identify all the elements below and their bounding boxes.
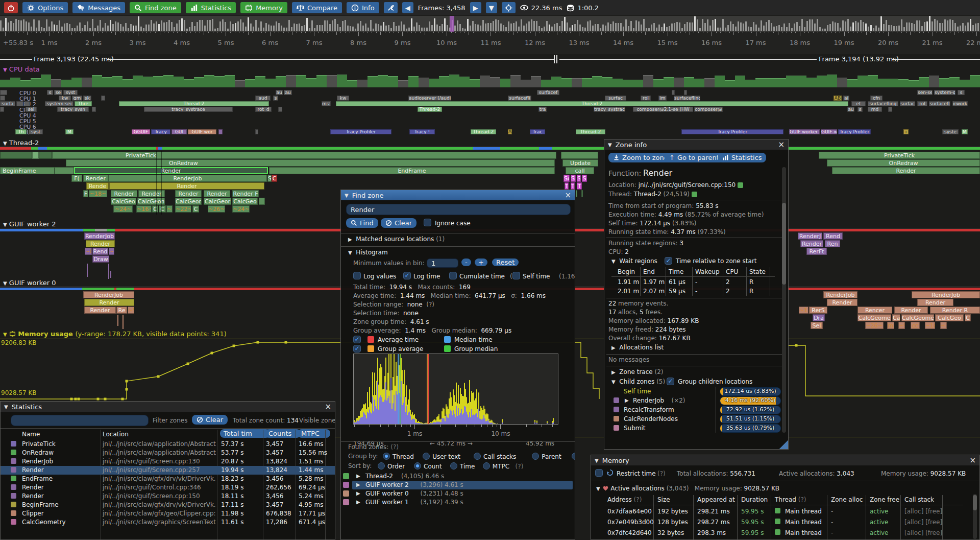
cpu-zone[interactable]: surfa <box>0 101 15 106</box>
cpu-zone[interactable]: tracy_systrace <box>144 107 233 112</box>
find-zone-search-input[interactable] <box>346 204 571 215</box>
group-by-option-parent[interactable] <box>532 453 539 460</box>
zone-statistics-button[interactable]: Statistics <box>718 153 766 162</box>
timeline-zone[interactable] <box>581 190 583 197</box>
time-relative-checkbox[interactable]: ✓ <box>665 257 672 265</box>
allocations-list-header[interactable]: ▶ Allocations list <box>611 344 664 351</box>
statistics-filter-input[interactable] <box>11 415 149 426</box>
cpu-zone[interactable]: surfac <box>605 96 626 101</box>
timeline-zone[interactable]: Rend <box>823 232 843 240</box>
timeline-zone[interactable]: OnRedraw <box>827 159 980 167</box>
cpu-zone[interactable]: Tracy Profiler <box>838 129 871 134</box>
mem-row-callstack[interactable]: [alloc] [free] <box>904 529 942 536</box>
cpu-zone[interactable]: Tracy Profiler <box>681 129 783 134</box>
stats-row-name[interactable]: Render <box>22 466 44 474</box>
timeline-zone[interactable]: Update <box>562 159 598 167</box>
cpu-zone[interactable]: im <box>658 96 667 101</box>
cpu-zone[interactable]: surfacef <box>537 90 559 95</box>
timeline-zone[interactable]: Render <box>917 299 953 306</box>
timeline-zone[interactable]: CalcGeor <box>204 198 231 205</box>
cpu-zone[interactable]: surfacefling <box>674 96 700 101</box>
zone-info-scroll-thumb[interactable] <box>782 203 786 285</box>
overview-view-marker[interactable] <box>450 16 454 32</box>
group-by-option-thread[interactable] <box>383 453 390 460</box>
cpu-zone[interactable]: A <box>508 129 512 134</box>
cpu-zone[interactable]: sen-se <box>917 90 933 95</box>
timeline-zone[interactable] <box>55 167 74 174</box>
min-bin-input[interactable] <box>427 259 458 268</box>
cpu-zone[interactable]: GUI <box>172 129 187 134</box>
timeline-zone[interactable]: Render <box>111 190 137 197</box>
timeline-zone[interactable]: Render <box>84 299 134 306</box>
timeline-zone[interactable]: ~24~ <box>232 205 250 213</box>
timeline-zone[interactable]: Rencer <box>857 307 892 314</box>
cpu-zone[interactable]: Tracy Profiler <box>330 129 391 134</box>
timeline-zone[interactable]: F( <box>71 175 82 182</box>
cpu-zone[interactable]: system-grm <box>934 90 955 95</box>
cpu-zone[interactable]: surfacefli <box>508 96 531 101</box>
stats-row-name[interactable]: Clipper <box>22 510 44 517</box>
histogram-section-header[interactable]: ▼ Histogram <box>348 249 388 256</box>
thread-header-1[interactable]: ▼ GUIF worker 2 <box>3 220 56 228</box>
timeline-zone[interactable]: Render <box>175 190 202 197</box>
timeline-zone[interactable]: ~2~ <box>940 322 947 329</box>
timeline-zone[interactable]: CalcGeomet <box>901 314 934 321</box>
timeline-zone[interactable]: RenderJob <box>83 291 134 298</box>
cpu-zone[interactable] <box>0 90 7 95</box>
wait-regions-header[interactable]: ▼ Wait regions <box>611 257 657 265</box>
timeline-zone[interactable]: CalcGeo <box>232 198 258 205</box>
timeline-zone[interactable]: ~18~ <box>89 190 107 197</box>
log-time-checkbox[interactable]: ✓ <box>403 272 411 279</box>
timeline-zone[interactable]: CalcGeor <box>175 198 202 205</box>
timeline-zone[interactable]: T <box>577 182 582 190</box>
timeline-zone[interactable]: ~16~ <box>136 205 152 213</box>
zone-info-scrollbar[interactable] <box>782 167 786 433</box>
timeline-zone[interactable]: RerS <box>809 307 827 314</box>
cpu-zone[interactable]: sei <box>26 107 37 112</box>
timeline-zone[interactable]: ~8~ <box>85 248 92 255</box>
group-expand-icon[interactable]: ▶ <box>356 482 360 487</box>
statistics-titlebar[interactable]: ▼Statistics× <box>1 402 335 412</box>
child-name[interactable]: CalcRenderNodes <box>624 415 678 422</box>
cpu-zone[interactable]: GGUIF <box>132 129 150 134</box>
cpu-zone[interactable]: rot_d <box>255 107 272 112</box>
timeline-zone[interactable]: Render F <box>232 190 259 197</box>
active-allocations-section[interactable]: ▼ Active allocations (3,043) Memory usag… <box>596 485 779 492</box>
mem-row-callstack[interactable]: [alloc] [free] <box>904 508 942 515</box>
timeline-zone[interactable]: call <box>566 167 594 174</box>
timeline-zone[interactable]: RenderJ <box>798 232 822 240</box>
cpu-zone[interactable]: s <box>273 96 278 101</box>
selected-zone[interactable]: Render <box>74 167 268 174</box>
stats-row-name[interactable]: Render <box>22 484 44 491</box>
show-group-lines-checkbox[interactable]: ✓ <box>353 345 361 353</box>
cpu-zone[interactable] <box>24 101 30 106</box>
child-name[interactable]: Submit <box>624 425 646 432</box>
timeline-zone[interactable]: C <box>965 314 971 321</box>
cumulate-time-checkbox[interactable] <box>449 272 457 279</box>
timeline-zone[interactable]: Sv <box>571 175 576 182</box>
cpu-zone[interactable]: Thread-2 <box>336 101 848 106</box>
timeline-zone[interactable]: Ca <box>892 314 900 321</box>
timeline-zone[interactable]: ~9~ <box>109 248 114 255</box>
cpu-zone[interactable]: Thre <box>75 101 92 106</box>
cpu-zone[interactable]: Tracy <box>151 129 170 134</box>
timeline-zone[interactable]: PrivateTick <box>819 152 980 159</box>
timeline-zone[interactable]: ~9~ <box>898 322 905 329</box>
self-time-checkbox[interactable] <box>512 272 520 279</box>
zone-trace-header[interactable]: ▶ Zone trace (2) <box>611 368 664 375</box>
timeline-zone[interactable]: RenderJob <box>108 175 267 182</box>
timeline-zone[interactable]: Rend <box>92 248 108 255</box>
timeline-zone[interactable]: Draw <box>92 255 109 263</box>
cpu-zone[interactable]: s <box>47 90 53 95</box>
timeline-zone[interactable]: Render <box>86 240 115 247</box>
cpu-data-header[interactable]: ▼ CPU data <box>3 65 40 73</box>
cpu-zone[interactable]: surfacefl <box>929 101 950 106</box>
group-by-option-user-text[interactable] <box>423 453 430 460</box>
child-name[interactable]: RenderJob <box>633 397 664 404</box>
timeline-zone[interactable]: S <box>582 175 587 182</box>
cpu-zone[interactable] <box>0 107 4 112</box>
stats-row-name[interactable]: RenderJob <box>22 458 53 465</box>
timeline-zone[interactable]: Render <box>83 175 108 182</box>
cpu-zone[interactable]: s <box>958 90 965 95</box>
timeline-zone[interactable]: ~26~ <box>865 322 884 329</box>
